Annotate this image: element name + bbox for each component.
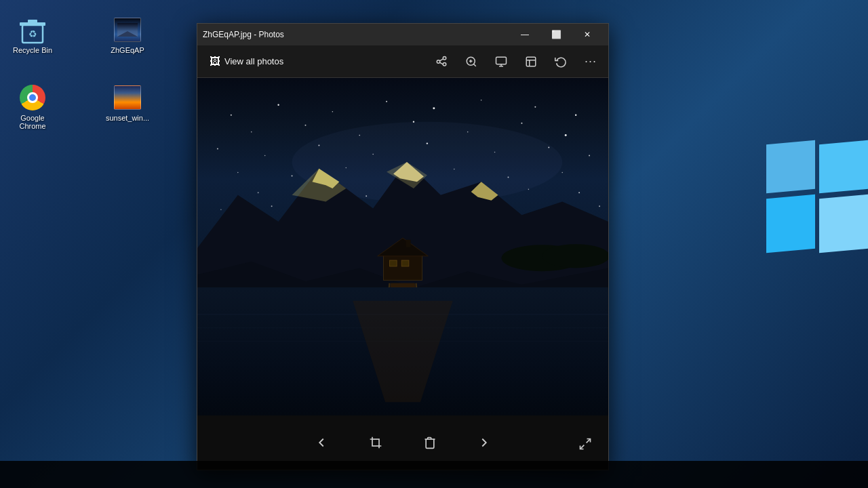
svg-line-99	[587, 439, 591, 443]
prev-icon	[314, 435, 329, 450]
delete-button[interactable]	[416, 429, 443, 456]
svg-text:♻: ♻	[28, 28, 37, 39]
water-reflections	[197, 287, 608, 415]
svg-point-27	[521, 123, 522, 124]
svg-point-14	[231, 115, 232, 116]
svg-marker-90	[378, 238, 429, 256]
more-icon: ···	[585, 54, 597, 68]
share-icon	[435, 56, 448, 68]
toolbar: 🖼 View all photos	[197, 45, 608, 78]
more-button[interactable]: ···	[578, 49, 603, 74]
image-area	[197, 78, 608, 415]
rotate-icon	[555, 56, 567, 68]
svg-rect-98	[372, 439, 379, 446]
svg-rect-10	[496, 57, 507, 64]
windows-logo	[760, 142, 868, 346]
toolbar-actions: ···	[429, 49, 603, 74]
maximize-button[interactable]: ⬜	[540, 24, 572, 45]
water	[197, 287, 608, 415]
zhggeqap-icon[interactable]: ZhGEqAP	[100, 14, 155, 57]
google-chrome-icon[interactable]: Google Chrome	[5, 81, 60, 133]
recycle-bin-label: Recycle Bin	[13, 46, 52, 54]
svg-rect-91	[389, 260, 397, 266]
svg-point-20	[534, 106, 536, 108]
svg-line-5	[439, 58, 443, 60]
view-all-label: View all photos	[224, 56, 283, 66]
svg-line-100	[580, 445, 585, 449]
sunset-win-icon[interactable]: sunset_win...	[100, 81, 155, 125]
svg-rect-2	[28, 20, 37, 23]
desktop: ♻ Recycle Bin ZhGEqAP Google Chrome suns…	[0, 0, 868, 488]
delete-icon	[423, 436, 437, 449]
night-scene	[197, 78, 608, 415]
slideshow-button[interactable]	[489, 49, 513, 74]
zhggeqap-label: ZhGEqAP	[111, 46, 144, 54]
svg-rect-13	[526, 57, 536, 66]
zoom-icon	[465, 56, 477, 68]
enhance-icon	[525, 56, 537, 68]
svg-point-66	[542, 244, 608, 268]
next-button[interactable]	[471, 429, 498, 456]
expand-icon	[578, 437, 592, 451]
svg-point-17	[386, 101, 387, 102]
recycle-bin-icon[interactable]: ♻ Recycle Bin	[5, 14, 60, 57]
svg-point-18	[433, 107, 435, 109]
svg-rect-92	[401, 260, 409, 266]
close-button[interactable]: ✕	[572, 24, 603, 45]
prev-button[interactable]	[308, 429, 335, 456]
window-title: ZhGEqAP.jpg - Photos	[203, 30, 509, 39]
next-icon	[477, 435, 492, 450]
svg-point-15	[277, 104, 279, 106]
svg-point-21	[575, 115, 576, 116]
svg-point-16	[332, 111, 334, 113]
title-bar: ZhGEqAP.jpg - Photos — ⬜ ✕	[197, 24, 608, 45]
expand-button[interactable]	[573, 432, 597, 456]
svg-marker-97	[353, 301, 453, 403]
svg-rect-89	[384, 253, 422, 280]
sunset-win-label: sunset_win...	[106, 114, 149, 122]
expand-area	[573, 432, 597, 456]
slideshow-icon	[495, 56, 507, 68]
window-controls: — ⬜ ✕	[509, 24, 603, 45]
view-all-photos-button[interactable]: 🖼 View all photos	[203, 52, 290, 72]
zoom-button[interactable]	[459, 49, 484, 74]
recycle-bin-svg: ♻	[20, 16, 45, 44]
svg-rect-93	[406, 239, 410, 247]
photos-icon: 🖼	[210, 56, 220, 68]
share-button[interactable]	[429, 49, 454, 74]
svg-point-23	[304, 125, 306, 126]
crop-button[interactable]	[362, 429, 389, 456]
crop-icon	[369, 436, 382, 449]
taskbar	[0, 461, 868, 488]
google-chrome-label: Google Chrome	[8, 114, 57, 130]
minimize-button[interactable]: —	[509, 24, 540, 45]
photos-window: ZhGEqAP.jpg - Photos — ⬜ ✕ 🖼 View all ph…	[197, 23, 609, 470]
svg-line-7	[473, 64, 475, 66]
enhance-button[interactable]	[519, 49, 543, 74]
rotate-button[interactable]	[549, 49, 573, 74]
svg-point-19	[481, 100, 482, 101]
